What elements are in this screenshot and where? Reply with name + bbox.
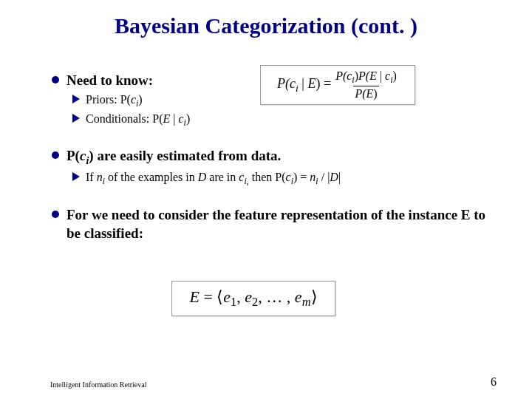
bullet-feature-representation: For we need to consider the feature repr… xyxy=(52,205,495,243)
e-vector-formula-box: E = ⟨e1, e2, … , em⟩ xyxy=(171,281,335,316)
svg-marker-1 xyxy=(72,114,80,123)
subbullet-conditionals-text: Conditionals: P(E | ci) xyxy=(86,111,495,129)
bullet-dot-icon xyxy=(52,211,59,218)
arrow-right-icon xyxy=(71,93,81,105)
subbullet-conditionals: Conditionals: P(E | ci) xyxy=(71,111,495,129)
arrow-right-icon xyxy=(71,112,81,124)
subbullet-prior-formula: If ni of the examples in D are in ci, th… xyxy=(71,169,495,187)
e-vector-content: E = ⟨e1, e2, … , em⟩ xyxy=(189,287,317,310)
bullet-priors-estimated-text: P(ci) are easily estimated from data. xyxy=(66,146,495,168)
arrow-right-icon xyxy=(71,171,81,183)
slide: Bayesian Categorization (cont. ) P(ci | … xyxy=(0,0,532,399)
subbullet-priors: Priors: P(ci) xyxy=(71,92,495,109)
bullet-dot-icon xyxy=(52,76,59,83)
content-area: Need to know: Priors: P(ci) Conditionals… xyxy=(52,66,495,245)
bullet-priors-estimated: P(ci) are easily estimated from data. xyxy=(52,146,495,168)
bullet-dot-icon xyxy=(52,151,59,159)
svg-marker-2 xyxy=(72,172,80,181)
footer-left: Intelligent Information Retrieval xyxy=(50,381,147,389)
subbullet-prior-formula-text: If ni of the examples in D are in ci, th… xyxy=(86,169,495,187)
svg-marker-0 xyxy=(72,95,80,103)
subbullet-priors-text: Priors: P(ci) xyxy=(86,92,495,109)
bullet-need-to-know: Need to know: xyxy=(52,71,495,90)
slide-title: Bayesian Categorization (cont. ) xyxy=(0,13,532,38)
page-number: 6 xyxy=(491,375,497,389)
